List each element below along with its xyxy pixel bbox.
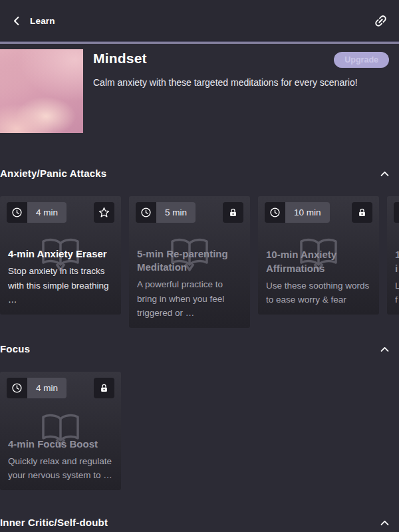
meditation-section: Focus 4 min <box>0 343 399 490</box>
clock-icon <box>7 202 27 223</box>
header-divider <box>0 41 399 44</box>
duration-badge: 5 min <box>136 202 196 223</box>
duration-label: 4 min <box>27 202 66 223</box>
meditation-section: Inner Critic/Self-doubt <box>0 517 399 528</box>
clock-icon <box>265 202 285 223</box>
duration-badge: 4 min <box>7 202 66 223</box>
card-title: 5-min Re-parenting Meditation <box>137 247 242 275</box>
star-icon <box>98 207 110 218</box>
card-badges <box>387 196 399 229</box>
lock-icon <box>99 383 109 394</box>
collection-description: Calm anxiety with these targeted meditat… <box>93 76 379 89</box>
collection-cover-image <box>0 49 83 133</box>
lock-icon <box>228 207 238 218</box>
card-text: 4-min Focus Boost Quickly relax and regu… <box>0 432 121 490</box>
duration-badge: 10 min <box>265 202 330 223</box>
card-description: Use these soothing words to ease worry &… <box>266 279 371 307</box>
clock-icon <box>136 202 156 223</box>
meditation-card[interactable]: 1 i L f <box>387 196 399 315</box>
section-title: Focus <box>0 343 30 354</box>
favorite-button[interactable] <box>94 202 114 223</box>
section-header: Inner Critic/Self-doubt <box>0 517 399 528</box>
card-badges: 4 min <box>0 372 121 404</box>
duration-badge <box>394 202 399 223</box>
meditation-card[interactable]: 10 min 10-min Anxiety Affirmations <box>258 196 379 315</box>
section-header: Focus <box>0 343 399 354</box>
chevron-up-icon <box>379 344 390 354</box>
locked-badge <box>94 378 114 398</box>
page-title: Mindset <box>93 51 147 66</box>
collapse-section-button[interactable] <box>379 344 390 354</box>
clock-icon <box>7 378 27 398</box>
link-icon <box>373 13 388 29</box>
back-button[interactable]: Learn <box>11 15 55 27</box>
card-text: 10-min Anxiety Affirmations Use these so… <box>258 243 379 315</box>
card-text: 5-min Re-parenting Meditation A powerful… <box>129 242 250 328</box>
card-row: 4 min 4-min Anxiety Eraser Stop an <box>0 196 399 328</box>
clock-icon <box>394 202 399 223</box>
meditation-card[interactable]: 5 min 5-min Re-parenting Meditation <box>129 196 250 328</box>
card-title: 4-min Focus Boost <box>8 438 113 451</box>
section-title: Inner Critic/Self-doubt <box>0 517 108 528</box>
card-description: Quickly relax and regulate your nervous … <box>8 454 113 483</box>
chevron-left-icon <box>11 15 23 27</box>
duration-badge: 4 min <box>7 378 66 398</box>
card-title: 4-min Anxiety Eraser <box>8 247 113 261</box>
card-description: A powerful practice to bring in when you… <box>137 277 242 321</box>
sections: Anxiety/Panic Attacks 4 min <box>0 168 399 528</box>
card-description: Stop anxiety in its tracks with this sim… <box>8 264 113 307</box>
card-title: 10-min Anxiety Affirmations <box>266 248 371 275</box>
locked-badge <box>352 202 372 223</box>
locked-badge <box>223 202 243 223</box>
share-link-button[interactable] <box>373 13 388 29</box>
card-title: 1 i <box>395 248 399 275</box>
upgrade-button[interactable]: Upgrade <box>334 52 389 68</box>
meditation-card[interactable]: 4 min 4-min Anxiety Eraser Stop an <box>0 196 121 315</box>
meditation-section: Anxiety/Panic Attacks 4 min <box>0 168 399 328</box>
app-screen: Learn Mindset Upgrade Calm anxiety with … <box>0 0 399 532</box>
section-header: Anxiety/Panic Attacks <box>0 168 399 179</box>
collection-header: Mindset Upgrade Calm anxiety with these … <box>0 49 399 133</box>
top-bar: Learn <box>0 0 399 41</box>
card-text: 4-min Anxiety Eraser Stop anxiety in its… <box>0 242 121 315</box>
card-badges: 5 min <box>129 196 250 229</box>
collapse-section-button[interactable] <box>379 518 390 527</box>
chevron-up-icon <box>379 518 390 527</box>
card-row: 4 min 4-min Focus Boost Quickly re <box>0 372 399 490</box>
chevron-up-icon <box>379 169 390 178</box>
duration-label: 5 min <box>156 202 196 223</box>
meditation-card[interactable]: 4 min 4-min Focus Boost Quickly re <box>0 372 121 490</box>
lock-icon <box>357 207 367 218</box>
card-badges: 4 min <box>0 196 121 229</box>
duration-label: 4 min <box>27 378 66 398</box>
card-badges: 10 min <box>258 196 379 229</box>
duration-label: 10 min <box>285 202 330 223</box>
collapse-section-button[interactable] <box>379 169 390 178</box>
card-description: L f <box>395 279 399 307</box>
back-label: Learn <box>30 16 55 26</box>
card-text: 1 i L f <box>387 243 399 315</box>
section-title: Anxiety/Panic Attacks <box>0 168 106 179</box>
